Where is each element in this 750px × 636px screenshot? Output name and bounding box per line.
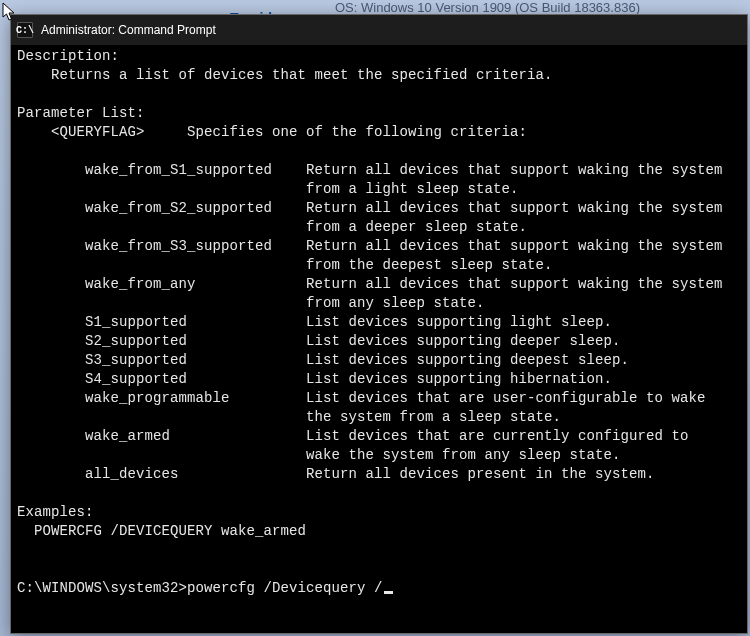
prompt-command[interactable]: powercfg /Devicequery / xyxy=(187,580,383,596)
window-titlebar[interactable]: C:\ Administrator: Command Prompt xyxy=(11,15,747,45)
command-prompt-icon: C:\ xyxy=(17,22,33,38)
command-prompt-window[interactable]: C:\ Administrator: Command Prompt Descri… xyxy=(10,14,748,634)
terminal-prompt[interactable]: C:\WINDOWS\system32>powercfg /Devicequer… xyxy=(17,580,393,596)
window-title: Administrator: Command Prompt xyxy=(41,23,216,37)
background-os-text: OS: Windows 10 Version 1909 (OS Build 18… xyxy=(335,0,640,15)
terminal-output[interactable]: Description: Returns a list of devices t… xyxy=(11,45,747,633)
terminal-static-output: Description: Returns a list of devices t… xyxy=(17,48,723,539)
prompt-path: C:\WINDOWS\system32> xyxy=(17,580,187,596)
text-cursor xyxy=(384,591,393,594)
